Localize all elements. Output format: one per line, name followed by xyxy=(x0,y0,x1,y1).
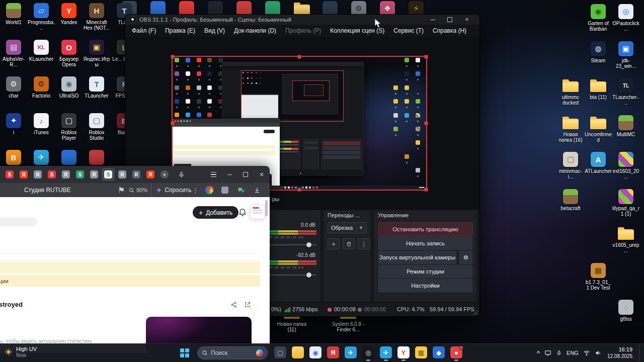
speaker-icon[interactable] xyxy=(595,349,602,356)
clock[interactable]: 16:19 12.08.2025 xyxy=(607,346,632,359)
share-button[interactable] xyxy=(230,301,237,310)
browser-tab[interactable]: R xyxy=(116,168,129,181)
desktop-icon[interactable]: World1 xyxy=(0,3,27,25)
selection-handle[interactable] xyxy=(425,122,428,125)
voice-search-button[interactable] xyxy=(176,169,186,179)
open-external-button[interactable] xyxy=(244,301,251,310)
start-button[interactable] xyxy=(180,348,189,357)
extensions-button[interactable] xyxy=(221,183,228,197)
wifi-icon[interactable] xyxy=(583,349,590,356)
obs-studio-icon[interactable]: ◎ xyxy=(362,346,374,358)
telegram-alt-icon[interactable]: ✈ xyxy=(345,346,357,358)
browser-tab[interactable]: S xyxy=(3,168,16,181)
browser-tab[interactable]: S xyxy=(73,168,87,181)
desktop-icon[interactable]: ▢Roblox Studio xyxy=(83,113,110,141)
desktop-icon[interactable] xyxy=(55,150,83,166)
desktop-icon[interactable]: B xyxy=(0,150,27,166)
weather-widget[interactable]: ☀ High UV Now xyxy=(4,346,37,358)
browser-tab[interactable]: R xyxy=(130,168,143,181)
volume-knob-2[interactable] xyxy=(306,273,311,278)
desktop-icon[interactable]: OБраузер Opera xyxy=(55,40,83,67)
monitor-icon[interactable] xyxy=(544,349,551,356)
desktop-icon[interactable]: ✈ xyxy=(28,150,55,166)
desktop-icon[interactable]: ◎OPautoclick... xyxy=(612,4,639,32)
browser-tab[interactable]: S xyxy=(45,168,58,181)
obs-maximize-button[interactable] xyxy=(441,15,458,25)
yandex-start-icon[interactable]: Я xyxy=(327,346,339,358)
browser-tab[interactable]: R xyxy=(59,168,72,181)
mic-tray-icon[interactable] xyxy=(556,350,562,356)
obs-minimize-button[interactable] xyxy=(424,15,441,25)
desktop-icon[interactable]: YYandex xyxy=(55,3,83,25)
obs-menu-item[interactable]: Правка (E) xyxy=(160,25,200,37)
desktop-icon[interactable]: ▢Roblox Player xyxy=(55,113,83,141)
desktop-icon[interactable]: ▣jdk-23_win... xyxy=(612,41,639,69)
add-button[interactable]: + Добавить xyxy=(193,206,238,219)
ask-ai-button[interactable]: ✦ Спросить xyxy=(151,183,191,197)
volume-knob-1[interactable] xyxy=(306,242,311,247)
desktop-icon[interactable]: MultiMC xyxy=(612,115,639,137)
browser-tab[interactable]: S xyxy=(102,168,115,181)
desktop-icon[interactable] xyxy=(83,150,110,166)
desktop-icon[interactable]: ⚙Factorio xyxy=(28,76,55,99)
selection-handle[interactable] xyxy=(171,55,175,59)
desktop-icon[interactable]: bta (11) xyxy=(585,78,612,100)
file-explorer-icon[interactable] xyxy=(292,346,304,358)
virtual-camera-button[interactable]: Запуск виртуальной камеры xyxy=(378,250,457,264)
browser-tab[interactable]: Я xyxy=(17,168,30,181)
recording-app-icon[interactable]: ● xyxy=(450,346,462,358)
selection-handle[interactable] xyxy=(298,55,301,59)
selection-handle[interactable] xyxy=(425,188,428,192)
desktop-icon[interactable]: ext1603_20... xyxy=(612,152,639,179)
browser-maximize-button[interactable] xyxy=(239,169,252,179)
yandex-browser-icon[interactable]: Y xyxy=(397,346,410,358)
desktop-icon[interactable]: ▱Progressba... xyxy=(28,3,55,31)
selection-handle[interactable] xyxy=(171,122,175,125)
desktop-icon[interactable]: ◍Steam xyxy=(585,41,612,63)
page-scrollbar[interactable] xyxy=(265,200,268,216)
desktop-icon[interactable]: ⚙char xyxy=(0,76,27,99)
add-transition-button[interactable]: + xyxy=(328,238,340,249)
extension-pinwheel-icon[interactable] xyxy=(205,183,213,197)
obs-menu-item[interactable]: Сервис (T) xyxy=(389,25,428,37)
browser-close-button[interactable]: × xyxy=(256,169,268,179)
desktop-icon[interactable]: TLTLauncher-... xyxy=(612,78,639,106)
obs-menu-item[interactable]: Вид (V) xyxy=(200,25,229,37)
obs-menu-item[interactable]: Справка (H) xyxy=(428,25,471,37)
desktop-icon[interactable]: Uncomfirmed xyxy=(585,115,612,143)
zoom-control[interactable]: 90% xyxy=(129,183,147,197)
desktop-icon[interactable]: KLKLauncher xyxy=(28,40,55,62)
obs-close-button[interactable]: × xyxy=(458,15,475,25)
telegram-icon[interactable]: ✈ xyxy=(380,346,392,358)
desktop-icon[interactable]: lilypad_qa_r1 (1) xyxy=(612,189,639,217)
desktop-icon[interactable]: ▦b1.7.3_01_1 Dev Test X3 xyxy=(585,263,612,291)
search-box[interactable]: Поиск xyxy=(197,346,268,359)
list-row[interactable] xyxy=(0,253,257,260)
selection-handle[interactable] xyxy=(425,55,428,59)
transition-properties-button[interactable]: ⋮ xyxy=(358,238,370,249)
desktop-icon[interactable]: ultimmc ducked xyxy=(557,78,584,106)
obs-menu-item[interactable]: Файл (F) xyxy=(127,25,160,37)
desktop-icon[interactable]: Новая папка (16) xyxy=(557,115,584,143)
stop-streaming-button[interactable]: Остановить трансляцию xyxy=(378,222,473,236)
tray-overflow-button[interactable]: ^ xyxy=(537,350,540,356)
chat-extension-icon[interactable] xyxy=(237,183,245,197)
desktop-icon[interactable]: ♪iTunes xyxy=(28,113,55,135)
remove-transition-button[interactable] xyxy=(343,238,355,249)
transition-select[interactable]: Обрезка ▼ xyxy=(328,222,367,233)
browser-tab[interactable]: Я xyxy=(144,168,157,181)
obs-menu-item[interactable]: Профиль (P) xyxy=(281,25,326,37)
toolbar-more-button[interactable]: ⋮ xyxy=(192,183,199,197)
start-recording-button[interactable]: Начать запись xyxy=(378,236,473,250)
desktop-icon[interactable]: AATLauncher xyxy=(585,152,612,174)
browser-menu-button[interactable] xyxy=(208,169,218,179)
desktop-icon[interactable]: v1605_unrp... xyxy=(612,226,639,253)
task-app-icon[interactable]: ▢ xyxy=(274,346,286,358)
obs-titlebar[interactable]: OBS 31.1.1 - Профиль: Безымянный - Сцены… xyxy=(125,15,479,25)
desktop-icon[interactable]: ◌gl9ss xyxy=(612,300,639,322)
desktop-icon[interactable]: ◉Garten of Banban xyxy=(585,4,612,32)
bookmark-flag-icon[interactable]: ⚑ xyxy=(118,183,125,197)
desktop-icon[interactable]: ▤AlphaVer-R... xyxy=(0,40,27,67)
notifications-bell-button[interactable] xyxy=(238,207,247,218)
folder-icon[interactable] xyxy=(294,5,310,15)
